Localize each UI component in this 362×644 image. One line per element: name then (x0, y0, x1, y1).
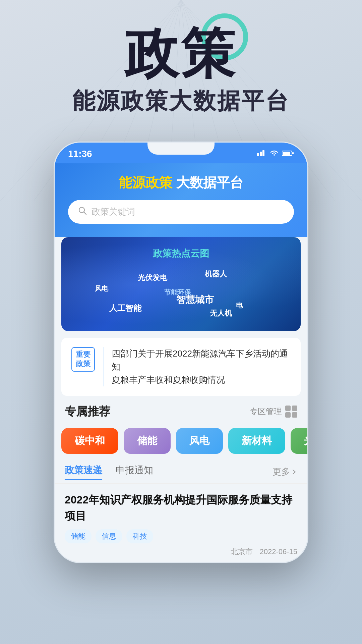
news-item[interactable]: 重要 政策 四部门关于开展2022新能源汽车下乡活动的通知夏粮丰产丰收和夏粮收购… (61, 338, 301, 396)
article-section[interactable]: 2022年知识产权服务机构提升国际服务质量支持项目 储能 信息 科技 北京市 2… (55, 484, 307, 562)
phone-mockup-container: 11:36 (54, 142, 308, 563)
grid-icon (285, 406, 297, 418)
svg-rect-14 (262, 150, 264, 156)
news-text: 四部门关于开展2022新能源汽车下乡活动的通知夏粮丰产丰收和夏粮收购情况 (112, 347, 291, 386)
svg-rect-16 (283, 152, 290, 155)
cloud-word-fengdian: 风电 (95, 284, 108, 293)
exclusive-title: 专属推荐 (65, 404, 110, 419)
article-tags: 储能 信息 科技 (65, 529, 297, 543)
article-title: 2022年知识产权服务机构提升国际服务质量支持项目 (65, 492, 297, 524)
pill-storage[interactable]: 储能 (124, 428, 171, 454)
svg-rect-12 (257, 153, 259, 156)
phone-notch (147, 143, 215, 155)
hero-subtitle: 能源政策大数据平台 (0, 87, 362, 115)
svg-rect-13 (260, 152, 262, 156)
pill-wind[interactable]: 风电 (176, 428, 223, 454)
phone-mockup: 11:36 (54, 142, 308, 563)
cloud-word-rengong: 人工智能 (109, 303, 141, 314)
svg-rect-17 (292, 152, 294, 154)
svg-line-19 (84, 212, 86, 214)
grid-dot-3 (285, 412, 291, 418)
article-tag-storage: 储能 (65, 529, 92, 543)
status-time: 11:36 (68, 149, 92, 159)
tabs-bar: 政策速递 申报通知 更多 (55, 461, 307, 484)
logo-normal: 大数据平台 (176, 175, 243, 190)
signal-icon (257, 150, 266, 158)
article-meta: 北京市 2022-06-15 (65, 547, 297, 557)
category-pills: 碳中和 储能 风电 新材料 光伏 (55, 425, 307, 461)
tab-more[interactable]: 更多 (273, 466, 297, 478)
exclusive-section: 专属推荐 专区管理 碳中和 储能 风电 新材料 光伏 (55, 396, 307, 461)
hot-topics-section[interactable]: 政策热点云图 光伏发电 机器人 节能环保 智慧城市 风电 人工智能 电 无人机 (61, 237, 301, 331)
hot-topics-title: 政策热点云图 (71, 247, 291, 260)
tab-policy-express[interactable]: 政策速递 (65, 464, 102, 480)
logo-highlight: 能源政策 (119, 175, 172, 190)
search-bar[interactable]: 政策关键词 (68, 200, 294, 224)
hero-main-title: 政策 (0, 27, 362, 80)
cloud-word-zhihui: 智慧城市 (176, 293, 214, 306)
article-date: 2022-06-15 (259, 547, 297, 556)
grid-dot-1 (285, 406, 291, 411)
cloud-word-jiqiren: 机器人 (205, 269, 227, 279)
search-placeholder: 政策关键词 (92, 206, 135, 218)
article-tag-info: 信息 (96, 529, 122, 543)
exclusive-more-label: 专区管理 (250, 406, 282, 417)
app-logo: 能源政策 大数据平台 (68, 173, 294, 192)
tab-more-label: 更多 (273, 466, 290, 478)
pill-carbon[interactable]: 碳中和 (61, 428, 118, 454)
status-icons (257, 150, 294, 158)
section-more[interactable]: 专区管理 (250, 406, 297, 418)
battery-icon (282, 150, 294, 158)
news-content: 四部门关于开展2022新能源汽车下乡活动的通知夏粮丰产丰收和夏粮收购情况 (112, 347, 291, 386)
cloud-word-guangfu: 光伏发电 (138, 273, 167, 283)
pill-materials[interactable]: 新材料 (228, 428, 285, 454)
cloud-word-wurenj: 无人机 (210, 308, 232, 318)
article-location: 北京市 (231, 547, 253, 557)
article-tag-tech: 科技 (126, 529, 153, 543)
search-icon (78, 206, 87, 217)
hero-section: 政策 能源政策大数据平台 (0, 0, 362, 135)
cloud-word-dian: 电 (236, 301, 243, 310)
news-divider (103, 347, 104, 386)
section-header: 专属推荐 专区管理 (55, 396, 307, 425)
app-header: 能源政策 大数据平台 政策关键词 (55, 163, 307, 237)
news-tag: 重要 政策 (71, 347, 95, 372)
pill-solar[interactable]: 光伏 (291, 428, 307, 454)
grid-dot-4 (292, 412, 297, 418)
tab-notification[interactable]: 申报通知 (116, 464, 153, 480)
wifi-icon (270, 150, 279, 158)
grid-dot-2 (292, 406, 297, 411)
